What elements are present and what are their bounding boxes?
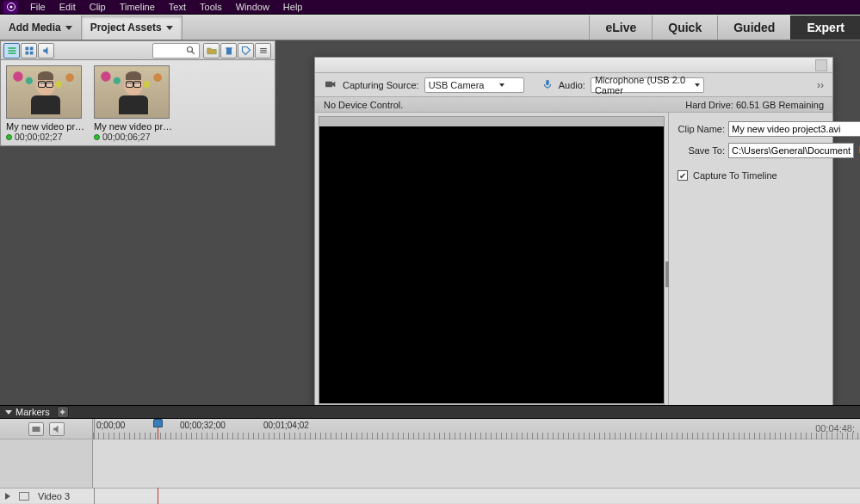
menu-help[interactable]: Help bbox=[276, 0, 310, 14]
capture-titlebar[interactable] bbox=[315, 58, 832, 73]
capture-side-pane: Clip Name: Save To: ✔ Capture To Timelin… bbox=[668, 113, 860, 410]
menu-file[interactable]: File bbox=[23, 0, 53, 14]
timeline-footer: Video 3 bbox=[0, 488, 860, 503]
timeline-header-left bbox=[0, 419, 93, 439]
markers-label: Markers bbox=[15, 407, 50, 417]
svg-rect-5 bbox=[25, 46, 28, 50]
toggle-video-track-button[interactable] bbox=[28, 422, 44, 436]
audio-value: Microphone (USB 2.0 Camer bbox=[595, 75, 691, 95]
assets-toolbar bbox=[0, 40, 275, 60]
camera-icon bbox=[324, 77, 337, 93]
svg-rect-8 bbox=[29, 51, 33, 54]
playhead[interactable] bbox=[153, 419, 163, 439]
menu-tools[interactable]: Tools bbox=[193, 0, 229, 14]
microphone-icon bbox=[541, 78, 554, 92]
markers-bar: Markers ✦ bbox=[0, 405, 860, 419]
svg-rect-16 bbox=[32, 427, 40, 432]
source-select[interactable]: USB Camera bbox=[424, 77, 524, 93]
expand-icon[interactable]: ›› bbox=[817, 79, 824, 91]
svg-rect-2 bbox=[8, 47, 15, 49]
asset-timecode: 00;00;06;27 bbox=[102, 132, 150, 142]
tag-button[interactable] bbox=[238, 43, 254, 58]
assets-search[interactable] bbox=[152, 43, 200, 58]
timeline-panel: 0;00;00 00;00;32;00 00;01;04;02 Video 3 bbox=[0, 419, 860, 504]
tab-expert[interactable]: Expert bbox=[790, 15, 860, 40]
capture-preview-pane bbox=[315, 113, 668, 410]
tab-quick[interactable]: Quick bbox=[652, 15, 717, 40]
asset-thumbnail bbox=[94, 65, 170, 119]
save-to-input[interactable] bbox=[728, 143, 854, 158]
view-list-button[interactable] bbox=[3, 43, 20, 58]
tab-elive[interactable]: eLive bbox=[589, 15, 652, 40]
caret-down-icon[interactable] bbox=[5, 410, 12, 415]
delete-button[interactable] bbox=[220, 43, 237, 58]
preview-black bbox=[319, 126, 664, 403]
track-content-area[interactable] bbox=[93, 439, 860, 488]
svg-point-9 bbox=[188, 46, 193, 52]
project-assets-label: Project Assets bbox=[90, 22, 162, 34]
audio-select[interactable]: Microphone (USB 2.0 Camer bbox=[591, 77, 704, 93]
capture-to-timeline-checkbox[interactable]: ✔ Capture To Timeline bbox=[677, 170, 860, 181]
source-value: USB Camera bbox=[429, 80, 485, 90]
capture-window: Capturing Source: USB Camera Audio: Micr… bbox=[314, 57, 833, 435]
menu-window[interactable]: Window bbox=[229, 0, 276, 14]
panel-menu-button[interactable] bbox=[255, 43, 271, 58]
clip-name-input[interactable] bbox=[728, 121, 860, 137]
app-menubar: File Edit Clip Timeline Text Tools Windo… bbox=[0, 0, 860, 15]
caret-down-icon bbox=[65, 26, 72, 30]
toggle-audio-track-button[interactable] bbox=[49, 422, 65, 436]
asset-timecode: 00;00;02;27 bbox=[15, 132, 62, 142]
asset-item[interactable]: My new video pro… 00;00;06;27 bbox=[94, 65, 173, 140]
search-icon bbox=[186, 46, 196, 56]
capturing-source-label: Capturing Source: bbox=[343, 80, 419, 90]
audio-label: Audio: bbox=[559, 80, 585, 90]
caret-down-icon bbox=[695, 83, 700, 87]
menu-timeline[interactable]: Timeline bbox=[113, 0, 162, 14]
expand-track-icon[interactable] bbox=[5, 493, 10, 500]
timeline-end-timecode: 00;04;48; bbox=[815, 423, 855, 433]
menu-text[interactable]: Text bbox=[162, 0, 193, 14]
new-folder-button[interactable] bbox=[203, 43, 220, 58]
preview-frame bbox=[319, 116, 665, 407]
pane-resize-grip[interactable] bbox=[665, 261, 669, 287]
add-media-label: Add Media bbox=[9, 22, 61, 34]
add-media-button[interactable]: Add Media bbox=[0, 15, 82, 40]
capture-controls-bar: Capturing Source: USB Camera Audio: Micr… bbox=[315, 73, 832, 97]
asset-name: My new video pro… bbox=[94, 121, 173, 132]
hd-remaining-text: Hard Drive: 60.51 GB Remaining bbox=[685, 100, 824, 110]
clip-name-label: Clip Name: bbox=[677, 124, 725, 134]
playhead-cap-icon bbox=[153, 419, 163, 427]
add-marker-button[interactable]: ✦ bbox=[57, 406, 69, 418]
filter-audio-button[interactable] bbox=[38, 43, 54, 58]
status-dot-icon bbox=[94, 134, 100, 140]
checkbox-icon: ✔ bbox=[677, 170, 688, 181]
track-label: Video 3 bbox=[38, 491, 70, 501]
ruler-tick: 00;01;04;02 bbox=[263, 421, 309, 430]
tab-guided[interactable]: Guided bbox=[717, 15, 790, 40]
view-grid-button[interactable] bbox=[21, 43, 37, 58]
assets-search-input[interactable] bbox=[155, 46, 186, 56]
timeline-ruler[interactable]: 0;00;00 00;00;32;00 00;01;04;02 bbox=[93, 419, 860, 439]
asset-name: My new video pro… bbox=[6, 121, 85, 132]
workspace-ribbon: Add Media Project Assets eLive Quick Gui… bbox=[0, 15, 860, 40]
svg-rect-13 bbox=[260, 52, 267, 52]
svg-rect-15 bbox=[546, 79, 549, 84]
ruler-tick-marks bbox=[93, 433, 860, 439]
track-toggle-icon[interactable] bbox=[19, 492, 29, 501]
close-icon[interactable] bbox=[815, 59, 827, 71]
ruler-tick: 00;00;32;00 bbox=[180, 421, 226, 430]
asset-thumbnail bbox=[6, 65, 82, 119]
svg-rect-11 bbox=[260, 48, 267, 49]
project-assets-button[interactable]: Project Assets bbox=[82, 15, 183, 40]
track-header-area bbox=[0, 439, 93, 488]
capture-status-bar: No Device Control. Hard Drive: 60.51 GB … bbox=[315, 97, 832, 113]
project-assets-panel: My new video pro… 00;00;02;27 My new vid… bbox=[0, 40, 275, 146]
capture-to-timeline-label: Capture To Timeline bbox=[693, 170, 777, 181]
menu-edit[interactable]: Edit bbox=[53, 0, 83, 14]
menu-clip[interactable]: Clip bbox=[83, 0, 113, 14]
ruler-tick: 0;00;00 bbox=[96, 421, 125, 430]
status-dot-icon bbox=[6, 134, 12, 140]
svg-rect-14 bbox=[325, 81, 332, 87]
no-device-text: No Device Control. bbox=[324, 100, 403, 110]
asset-item[interactable]: My new video pro… 00;00;02;27 bbox=[6, 65, 85, 140]
